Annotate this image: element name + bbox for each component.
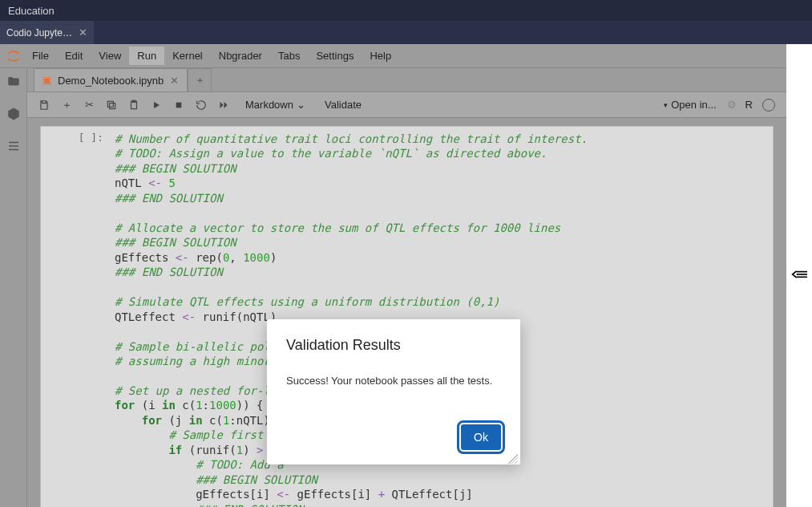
menubar: FileEditViewRunKernelNbgraderTabsSetting… — [0, 44, 786, 68]
toolbar: ＋ ✂ Markdown ⌄ Validate ▾ — [27, 92, 786, 118]
browser-tab-title: Codio Jupyte… — [6, 27, 72, 39]
modal-title: Validation Results — [286, 337, 501, 354]
open-in-button[interactable]: ▾ Open in... — [659, 99, 721, 111]
gear-icon[interactable]: ⚙ — [723, 99, 741, 111]
add-tab-button[interactable]: ＋ — [188, 68, 212, 91]
jupyter-logo-icon — [3, 46, 24, 67]
run-icon[interactable] — [146, 95, 167, 115]
add-cell-icon[interactable]: ＋ — [56, 95, 77, 115]
menu-run[interactable]: Run — [129, 47, 164, 65]
cell-prompt: [ ]: — [41, 127, 110, 507]
caret-icon: ▾ — [664, 101, 668, 109]
copy-icon[interactable] — [101, 95, 122, 115]
notebook-icon: ▣ — [42, 75, 51, 86]
collapse-icon[interactable] — [791, 269, 807, 282]
ok-button[interactable]: Ok — [461, 424, 501, 450]
open-in-label: Open in... — [671, 99, 716, 111]
menu-edit[interactable]: Edit — [57, 47, 91, 65]
cut-icon[interactable]: ✂ — [79, 95, 99, 115]
svg-rect-1 — [107, 101, 113, 107]
left-rail — [0, 68, 27, 507]
hexagon-icon[interactable] — [6, 107, 21, 121]
close-icon[interactable]: ✕ — [79, 26, 87, 39]
kernel-status-icon — [762, 99, 775, 112]
close-icon[interactable]: ✕ — [170, 75, 179, 87]
validation-modal: Validation Results Success! Your noteboo… — [267, 319, 520, 464]
browser-tabs: Codio Jupyte… ✕ — [0, 21, 812, 44]
svg-rect-0 — [110, 103, 115, 108]
cell-type-select[interactable]: Markdown ⌄ — [240, 97, 310, 112]
menu-help[interactable]: Help — [362, 47, 399, 65]
resize-handle-icon[interactable] — [508, 454, 518, 464]
save-icon[interactable] — [34, 95, 55, 115]
menu-file[interactable]: File — [24, 47, 57, 65]
validate-button[interactable]: Validate — [317, 95, 370, 114]
kernel-name[interactable]: R — [742, 99, 756, 111]
doc-tab-title: Demo_Notebook.ipynb — [58, 75, 164, 87]
window-titlebar: Education — [0, 0, 812, 21]
window-title: Education — [8, 5, 55, 17]
doc-tabs: ▣ Demo_Notebook.ipynb ✕ ＋ — [27, 68, 786, 92]
fast-forward-icon[interactable] — [213, 95, 234, 115]
paste-icon[interactable] — [123, 95, 144, 115]
folder-icon[interactable] — [6, 75, 21, 89]
right-panel — [786, 44, 812, 507]
menu-kernel[interactable]: Kernel — [164, 47, 211, 65]
list-icon[interactable] — [6, 139, 21, 153]
chevron-down-icon: ⌄ — [297, 99, 305, 111]
menu-nbgrader[interactable]: Nbgrader — [211, 47, 270, 65]
stop-icon[interactable] — [168, 95, 189, 115]
menu-settings[interactable]: Settings — [308, 47, 362, 65]
cell-type-value: Markdown — [245, 99, 293, 111]
menu-tabs[interactable]: Tabs — [270, 47, 308, 65]
browser-tab[interactable]: Codio Jupyte… ✕ — [0, 21, 94, 44]
restart-icon[interactable] — [191, 95, 212, 115]
svg-rect-4 — [176, 102, 182, 107]
doc-tab[interactable]: ▣ Demo_Notebook.ipynb ✕ — [34, 68, 188, 91]
modal-message: Success! Your notebook passes all the te… — [286, 375, 501, 424]
menu-view[interactable]: View — [91, 47, 129, 65]
